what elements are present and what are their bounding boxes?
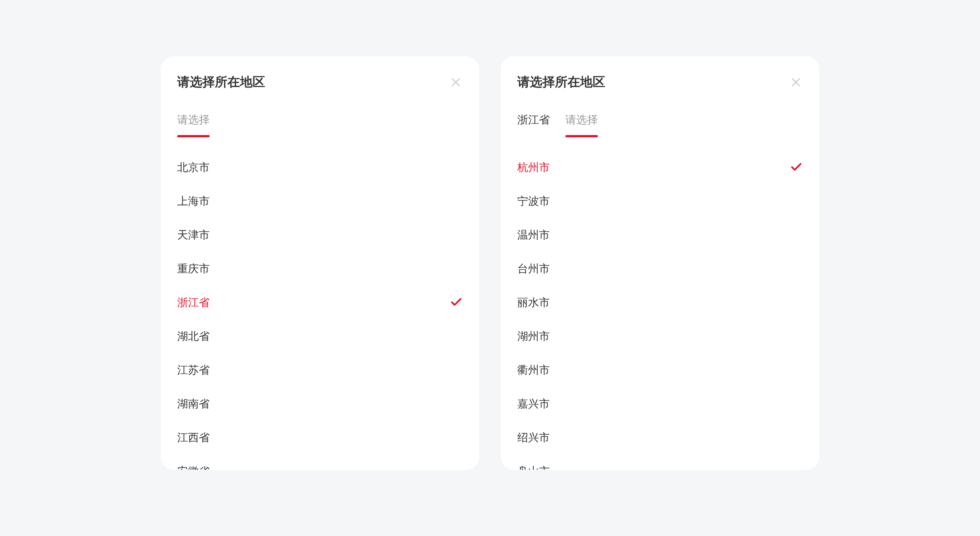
- close-icon[interactable]: [449, 75, 463, 89]
- option-label: 上海市: [177, 194, 210, 208]
- tab-province-selected[interactable]: 浙江省: [517, 113, 550, 137]
- option-item[interactable]: 丽水市: [517, 285, 803, 319]
- region-picker-panel-city: 请选择所在地区 浙江省 请选择 杭州市 宁波市 温州市: [501, 56, 819, 470]
- option-label: 湖州市: [517, 329, 550, 343]
- option-label: 江苏省: [177, 363, 210, 377]
- option-label: 宁波市: [517, 194, 550, 208]
- panel-title: 请选择所在地区: [517, 74, 605, 91]
- option-item[interactable]: 绍兴市: [517, 420, 803, 454]
- option-label: 舟山市: [517, 464, 550, 470]
- option-label: 绍兴市: [517, 430, 550, 445]
- option-item[interactable]: 上海市: [177, 184, 463, 218]
- option-item[interactable]: 舟山市: [517, 454, 803, 470]
- option-label: 湖北省: [177, 329, 210, 343]
- panel-header: 请选择所在地区: [177, 56, 463, 100]
- option-label: 温州市: [517, 228, 550, 242]
- option-item[interactable]: 北京市: [177, 150, 463, 184]
- option-item[interactable]: 台州市: [517, 252, 803, 285]
- close-icon[interactable]: [789, 75, 803, 89]
- check-icon: [790, 161, 803, 174]
- option-item[interactable]: 衢州市: [517, 353, 803, 387]
- option-item[interactable]: 重庆市: [177, 252, 463, 285]
- option-item[interactable]: 温州市: [517, 218, 803, 252]
- option-label: 衢州市: [517, 363, 550, 377]
- option-item[interactable]: 湖州市: [517, 319, 803, 353]
- option-item[interactable]: 湖南省: [177, 387, 463, 420]
- region-picker-panel-province: 请选择所在地区 请选择 北京市 上海市 天津市: [161, 56, 479, 470]
- option-label: 湖南省: [177, 397, 210, 411]
- panel-header: 请选择所在地区: [517, 56, 803, 100]
- option-item[interactable]: 天津市: [177, 218, 463, 252]
- province-option-list: 北京市 上海市 天津市 重庆市 浙江省: [177, 150, 463, 470]
- option-item[interactable]: 安徽省: [177, 454, 463, 470]
- tabs-row: 请选择: [177, 100, 463, 147]
- option-label: 嘉兴市: [517, 397, 550, 411]
- option-item[interactable]: 湖北省: [177, 319, 463, 353]
- tabs-row: 浙江省 请选择: [517, 100, 803, 147]
- option-label: 浙江省: [177, 295, 210, 310]
- option-label: 天津市: [177, 228, 210, 242]
- option-item[interactable]: 嘉兴市: [517, 387, 803, 420]
- option-item[interactable]: 浙江省: [177, 285, 463, 319]
- option-item[interactable]: 江苏省: [177, 353, 463, 387]
- tab-please-select[interactable]: 请选择: [177, 113, 210, 137]
- option-item[interactable]: 宁波市: [517, 184, 803, 218]
- check-icon: [450, 296, 463, 309]
- city-option-list: 杭州市 宁波市 温州市 台州市 丽水市: [517, 150, 803, 470]
- panel-title: 请选择所在地区: [177, 74, 265, 91]
- option-label: 重庆市: [177, 262, 210, 276]
- option-label: 丽水市: [517, 295, 550, 310]
- option-item[interactable]: 杭州市: [517, 150, 803, 184]
- option-label: 江西省: [177, 430, 210, 445]
- option-label: 北京市: [177, 160, 210, 174]
- tab-please-select[interactable]: 请选择: [565, 113, 598, 137]
- option-label: 台州市: [517, 262, 550, 276]
- option-item[interactable]: 江西省: [177, 420, 463, 454]
- option-label: 杭州市: [517, 160, 550, 174]
- option-label: 安徽省: [177, 464, 210, 470]
